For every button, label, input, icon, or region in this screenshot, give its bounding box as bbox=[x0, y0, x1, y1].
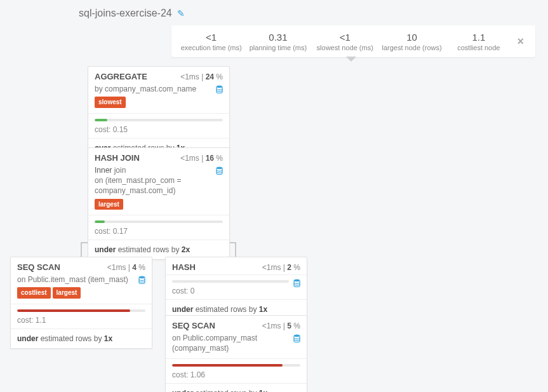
tag-costliest: costliest bbox=[17, 287, 51, 299]
rows-estimate: under estimated rows by 1x bbox=[11, 328, 152, 348]
node-stats: <1ms | 16 % bbox=[180, 154, 223, 163]
tag-largest: largest bbox=[95, 199, 123, 210]
svg-point-0 bbox=[217, 86, 222, 88]
node-stats: <1ms | 4 % bbox=[107, 263, 145, 272]
node-stats: <1ms | 5 % bbox=[262, 321, 300, 330]
tag-largest: largest bbox=[53, 287, 81, 299]
node-seq-scan-item-mast[interactable]: SEQ SCAN <1ms | 4 % on Public.item_mast … bbox=[10, 257, 152, 349]
cost-bar bbox=[172, 280, 289, 283]
metric-slowest-node: <1 slowest node (ms) bbox=[312, 32, 378, 51]
svg-point-3 bbox=[294, 280, 300, 282]
metric-largest-node: 10 largest node (rows) bbox=[378, 32, 445, 51]
rows-estimate: under estimated rows by 1x bbox=[166, 383, 307, 392]
node-hash-join[interactable]: HASH JOIN <1ms | 16 % Inner join on (ite… bbox=[88, 147, 230, 260]
cost-label: cost: 1.06 bbox=[172, 370, 300, 379]
node-title: SEQ SCAN bbox=[17, 262, 60, 272]
node-seq-scan-company-mast[interactable]: SEQ SCAN <1ms | 5 % on Public.company_ma… bbox=[165, 315, 307, 392]
database-icon bbox=[138, 276, 145, 284]
pointer-icon bbox=[346, 57, 356, 62]
node-aggregate[interactable]: AGGREGATE <1ms | 24 % by company_mast.co… bbox=[88, 66, 230, 158]
svg-point-4 bbox=[294, 335, 300, 337]
cost-bar bbox=[95, 119, 223, 121]
tag-slowest: slowest bbox=[95, 97, 126, 108]
svg-point-1 bbox=[217, 167, 222, 170]
metric-costliest-node: 1.1 costliest node bbox=[445, 32, 512, 51]
cost-label: cost: 0.17 bbox=[95, 227, 223, 236]
metrics-bar: <1 execution time (ms) 0.31 planning tim… bbox=[171, 25, 535, 57]
node-stats: <1ms | 2 % bbox=[262, 263, 300, 272]
cost-label: cost: 0 bbox=[172, 287, 300, 295]
cost-bar bbox=[17, 309, 145, 312]
database-icon bbox=[216, 166, 223, 175]
svg-point-2 bbox=[139, 276, 145, 279]
node-title: SEQ SCAN bbox=[172, 321, 215, 330]
database-icon bbox=[293, 334, 300, 342]
node-stats: <1ms | 24 % bbox=[180, 72, 223, 81]
node-title: AGGREGATE bbox=[95, 72, 147, 81]
node-title: HASH bbox=[172, 262, 196, 272]
close-icon[interactable]: × bbox=[512, 35, 529, 48]
node-hash[interactable]: HASH <1ms | 2 % cost: 0 under estimated … bbox=[165, 257, 307, 320]
node-title: HASH JOIN bbox=[95, 153, 140, 163]
cost-bar bbox=[95, 220, 223, 223]
edit-icon[interactable]: ✎ bbox=[177, 8, 185, 18]
cost-bar bbox=[172, 364, 300, 367]
cost-label: cost: 1.1 bbox=[17, 316, 145, 325]
page-title-row: sql-joins-exercise-24 ✎ bbox=[79, 8, 185, 19]
database-icon bbox=[293, 279, 300, 287]
metric-execution-time: <1 execution time (ms) bbox=[178, 32, 244, 51]
page-title: sql-joins-exercise-24 bbox=[79, 8, 172, 19]
database-icon bbox=[216, 85, 223, 93]
metric-planning-time: 0.31 planning time (ms) bbox=[244, 32, 311, 51]
cost-label: cost: 0.15 bbox=[95, 125, 223, 134]
